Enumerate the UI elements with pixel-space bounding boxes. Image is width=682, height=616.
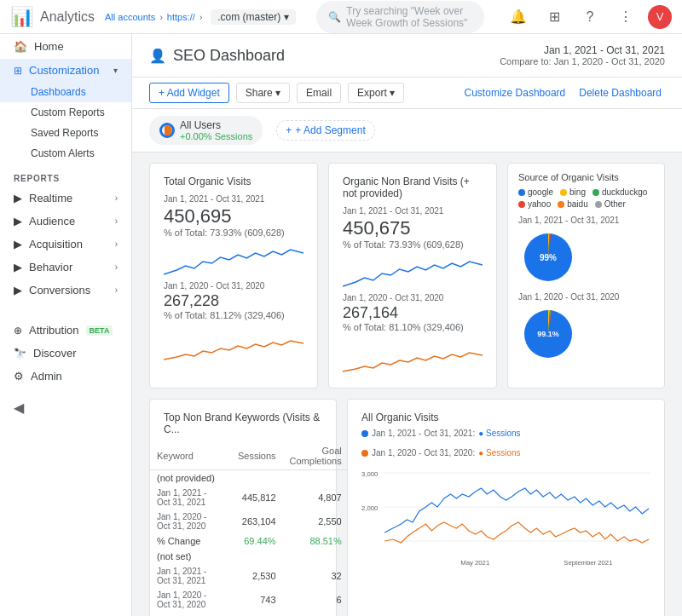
onb-sparkline2 — [343, 339, 483, 373]
legend-baidu: baidu — [558, 199, 587, 209]
sidebar-sub-custom-reports[interactable]: Custom Reports — [0, 102, 131, 123]
legend-2021: Jan 1, 2021 - Oct 31, 2021: ● Sessions — [361, 429, 521, 438]
audience-label: Audience — [29, 215, 75, 227]
sov-pie1: 99% — [518, 227, 578, 287]
conversions-expand: › — [115, 285, 118, 295]
top-non-brand-card: Top Non Brand Keywords (Visits & C... Ke… — [149, 399, 337, 616]
notifications-icon[interactable]: 🔔 — [505, 3, 532, 31]
add-segment-button[interactable]: + + Add Segment — [276, 120, 374, 141]
compare-dates: Jan 1, 2020 - Oct 31, 2020 — [554, 56, 665, 66]
tov-sparkline — [164, 245, 303, 279]
table-row: Jan 1, 2021 -Oct 31, 2021 445,812 4,807 — [150, 486, 349, 509]
sov-title: Source of Organic Visits — [518, 172, 654, 182]
add-widget-button[interactable]: + Add Widget — [149, 83, 229, 103]
acquisition-expand: › — [115, 239, 118, 249]
sidebar-item-behavior[interactable]: ▶ Behavior › — [0, 256, 131, 279]
home-icon: 🏠 — [14, 40, 27, 53]
more-icon[interactable]: ⋮ — [612, 3, 639, 31]
segment-bar: All Users +0.00% Sessions + + Add Segmen… — [132, 109, 682, 153]
property-selector[interactable]: .com (master) ▾ — [211, 9, 296, 25]
compare-text: Compare to: Jan 1, 2020 - Oct 31, 2020 — [500, 56, 665, 66]
tnb-col-sessions: Sessions — [231, 442, 283, 470]
table-row: Jan 1, 2020 -Oct 31, 2020 743 6 — [150, 588, 349, 612]
svg-text:99.1%: 99.1% — [537, 330, 559, 338]
search-bar[interactable]: 🔍 Try searching "Week over Week Growth o… — [316, 1, 484, 33]
realtime-icon: ▶ — [14, 192, 22, 204]
dashboard-content: Total Organic Visits Jan 1, 2021 - Oct 3… — [132, 153, 682, 616]
tov-value1: 450,695 — [164, 205, 303, 227]
segment-name: All Users — [180, 119, 252, 131]
tnb-col-goal: Goal Completions — [283, 442, 349, 470]
all-organic-visits-card: All Organic Visits Jan 1, 2021 - Oct 31,… — [347, 399, 665, 616]
top-nav: 📊 Analytics All accounts › https:// › .c… — [0, 0, 682, 34]
total-organic-visits-card: Total Organic Visits Jan 1, 2021 - Oct 3… — [149, 163, 318, 389]
help-icon[interactable]: ? — [576, 3, 604, 31]
email-button[interactable]: Email — [297, 83, 341, 103]
date-range-section: Jan 1, 2021 - Oct 31, 2021 Compare to: J… — [500, 44, 665, 66]
aov-title: All Organic Visits — [361, 412, 650, 423]
toolbar-right: Customize Dashboard Delete Dashboard — [461, 83, 665, 102]
tov-title: Total Organic Visits — [164, 176, 303, 187]
legend-bing: bing — [560, 187, 586, 197]
reports-section-label: REPORTS — [0, 164, 131, 187]
sidebar-item-customization[interactable]: ⊞ Customization ▾ — [0, 59, 131, 82]
sidebar-sub-saved-reports[interactable]: Saved Reports — [0, 123, 131, 143]
tnb-title: Top Non Brand Keywords (Visits & C... — [150, 412, 336, 435]
acquisition-icon: ▶ — [14, 238, 22, 250]
sidebar-item-admin[interactable]: ⚙ Admin — [0, 365, 131, 388]
app-title: Analytics — [40, 9, 95, 25]
tnb-table: Keyword Sessions Goal Completions (not p… — [150, 442, 349, 616]
customization-label: Customization — [29, 64, 99, 77]
conversions-icon: ▶ — [14, 284, 22, 296]
aov-legend: Jan 1, 2021 - Oct 31, 2021: ● Sessions J… — [361, 429, 650, 458]
sidebar-item-conversions[interactable]: ▶ Conversions › — [0, 279, 131, 302]
legend-2020: Jan 1, 2020 - Oct 31, 2020: ● Sessions — [361, 448, 521, 458]
property-dropdown-icon: ▾ — [284, 11, 289, 23]
onb-pct1: % of Total: 73.93% (609,628) — [343, 239, 483, 250]
sidebar-item-home[interactable]: 🏠 Home — [0, 34, 131, 59]
main-content: 👤 SEO Dashboard Jan 1, 2021 - Oct 31, 20… — [132, 34, 682, 616]
sidebar-item-acquisition[interactable]: ▶ Acquisition › — [0, 233, 131, 256]
sidebar-item-audience[interactable]: ▶ Audience › — [0, 210, 131, 233]
attribution-label: Attribution — [29, 324, 79, 337]
tov-period1: Jan 1, 2021 - Oct 31, 2021 — [164, 194, 303, 204]
sov-legend: google bing duckduckgo yahoo — [518, 187, 654, 209]
onb-period2: Jan 1, 2020 - Oct 31, 2020 — [343, 293, 483, 302]
audience-icon: ▶ — [14, 215, 22, 227]
page-header: 👤 SEO Dashboard Jan 1, 2021 - Oct 31, 20… — [132, 34, 682, 78]
customization-icon: ⊞ — [14, 65, 22, 77]
apps-icon[interactable]: ⊞ — [540, 3, 568, 31]
legend-yahoo: yahoo — [518, 199, 551, 209]
sidebar-item-realtime[interactable]: ▶ Realtime › — [0, 187, 131, 210]
admin-icon: ⚙ — [14, 370, 24, 383]
toolbar: + Add Widget Share ▾ Email Export ▾ Cust… — [132, 78, 682, 109]
property-name: .com (master) — [217, 11, 280, 23]
sidebar-sub-dashboards[interactable]: Dashboards — [0, 82, 131, 102]
behavior-expand: › — [115, 262, 118, 272]
export-button[interactable]: Export ▾ — [348, 83, 404, 103]
discover-icon: 🔭 — [14, 348, 26, 360]
sidebar-item-attribution[interactable]: ⊕ Attribution BETA — [0, 319, 131, 342]
svg-text:99%: 99% — [540, 253, 557, 262]
sidebar-sub-custom-alerts[interactable]: Custom Alerts — [0, 143, 131, 164]
sov-pie2-row: 99.1% — [518, 304, 654, 364]
all-accounts-link: All accounts — [105, 12, 155, 22]
sidebar-collapse-btn[interactable]: ◀ — [0, 394, 131, 421]
delete-dashboard-button[interactable]: Delete Dashboard — [575, 83, 665, 102]
avatar[interactable]: V — [648, 5, 672, 29]
date-range[interactable]: Jan 1, 2021 - Oct 31, 2021 — [500, 44, 665, 56]
audience-expand: › — [115, 216, 118, 226]
sidebar-item-discover[interactable]: 🔭 Discover — [0, 342, 131, 365]
share-button[interactable]: Share ▾ — [236, 83, 290, 103]
metrics-row: Total Organic Visits Jan 1, 2021 - Oct 3… — [149, 163, 665, 389]
all-users-segment: All Users +0.00% Sessions — [149, 116, 263, 145]
search-placeholder: Try searching "Week over Week Growth of … — [346, 5, 472, 29]
onb-period1: Jan 1, 2021 - Oct 31, 2021 — [343, 206, 483, 216]
page-title-icon: 👤 — [149, 48, 166, 64]
table-row: % Change 69.44% 88.51% — [150, 533, 349, 549]
sidebar: 🏠 Home ⊞ Customization ▾ Dashboards Cust… — [0, 34, 132, 616]
customize-dashboard-button[interactable]: Customize Dashboard — [461, 83, 569, 102]
sov-pie1-row: 99% — [518, 227, 654, 287]
attribution-icon: ⊕ — [14, 325, 22, 337]
source-organic-card: Source of Organic Visits google bing — [507, 163, 665, 389]
